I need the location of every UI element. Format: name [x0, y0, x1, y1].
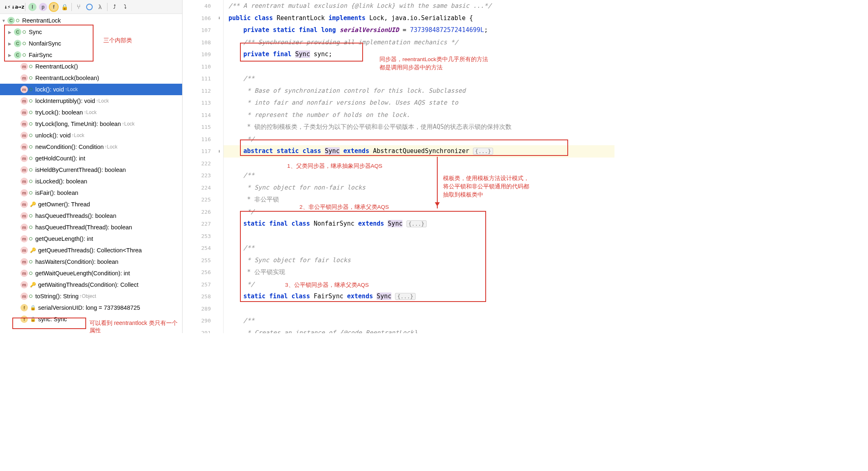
show-properties-button[interactable]: p — [38, 2, 48, 12]
tree-method-node[interactable]: m🔑getQueuedThreads(): Collection<Threa — [0, 245, 182, 256]
separator — [107, 3, 107, 11]
method-icon: m — [21, 155, 28, 162]
line-number[interactable]: 114 — [183, 109, 223, 121]
show-interfaces-button[interactable]: I — [27, 2, 37, 12]
code-editor[interactable]: /** A reentrant mutual exclusion {@link … — [224, 0, 614, 333]
tree-method-node[interactable]: mhasQueuedThreads(): boolean — [0, 210, 182, 222]
tree-method-node[interactable]: mhasQueuedThread(Thread): boolean — [0, 222, 182, 233]
method-icon: m — [21, 178, 28, 185]
line-number[interactable]: 115 — [183, 121, 223, 133]
tree-method-node[interactable]: misLocked(): boolean — [0, 176, 182, 187]
line-number[interactable]: 256 — [183, 266, 223, 279]
line-number[interactable]: 109 — [183, 48, 223, 61]
autoscroll-source-button[interactable]: ⤴ — [110, 2, 119, 12]
member-name: tryLock(): boolean — [35, 109, 83, 116]
line-number[interactable]: 222 — [183, 158, 223, 170]
expand-icon[interactable]: ▶ — [8, 41, 14, 46]
line-number[interactable]: 111 — [183, 73, 223, 85]
method-icon: m — [21, 235, 28, 242]
override-gutter-icon[interactable]: ⬇ — [218, 15, 221, 21]
tree-method-node[interactable]: mhasWaiters(Condition): boolean — [0, 256, 182, 268]
tree-method-node[interactable]: mlock(): void ↑Lock — [0, 84, 182, 95]
show-anonymous-button[interactable] — [85, 2, 94, 12]
visibility-icon: 🔒 — [30, 316, 36, 322]
code-line: * 锁的控制模板类，子类划分为以下的公平锁和非公平锁版本，使用AQS的状态表示锁… — [224, 121, 614, 133]
tree-method-node[interactable]: mReentrantLock(boolean) — [0, 72, 182, 84]
line-number[interactable]: 223 — [183, 169, 223, 182]
annotation-arrow — [437, 157, 438, 208]
fold-marker[interactable]: {...} — [473, 148, 493, 155]
tree-method-node[interactable]: misHeldByCurrentThread(): boolean — [0, 164, 182, 176]
tree-method-node[interactable]: mgetWaitQueueLength(Condition): int — [0, 268, 182, 279]
line-number[interactable]: 106⬇ — [183, 12, 223, 25]
tree-method-node[interactable]: mtryLock(long, TimeUnit): boolean ↑Lock — [0, 118, 182, 130]
show-fields-button[interactable]: f — [49, 2, 59, 12]
tree-method-node[interactable]: mReentrantLock() — [0, 61, 182, 72]
line-number[interactable]: 257 — [183, 279, 223, 291]
tree-inner-class[interactable]: ▶ C FairSync — [0, 49, 182, 61]
tree-method-node[interactable]: mgetHoldCount(): int — [0, 153, 182, 164]
class-name: Sync — [29, 29, 42, 35]
tree-method-node[interactable]: m🔑getWaitingThreads(Condition): Collect — [0, 279, 182, 290]
tree-method-node[interactable]: m🔑getOwner(): Thread — [0, 199, 182, 210]
line-number[interactable]: 108 — [183, 37, 223, 49]
line-number[interactable]: 113 — [183, 97, 223, 109]
line-number[interactable]: 225 — [183, 194, 223, 206]
member-name: lockInterruptibly(): void — [35, 98, 95, 104]
tree-method-node[interactable]: mtoString(): String ↑Object — [0, 290, 182, 302]
line-number[interactable]: 255 — [183, 254, 223, 267]
sort-alpha-button[interactable]: ↓a→z — [13, 2, 23, 12]
line-number[interactable]: 253 — [183, 230, 223, 242]
member-name: serialVersionUID: long = 73739848725 — [38, 304, 140, 311]
fold-marker[interactable]: {...} — [407, 220, 427, 227]
expand-icon[interactable]: ▶ — [8, 53, 14, 57]
show-nonpublic-button[interactable]: 🔒 — [59, 2, 69, 12]
method-icon: m — [21, 270, 28, 277]
line-number[interactable]: 226 — [183, 206, 223, 218]
tree-inner-class[interactable]: ▶ C Sync — [0, 26, 182, 38]
line-number[interactable]: 291 — [183, 327, 223, 334]
show-lambda-button[interactable]: λ — [95, 2, 105, 12]
line-gutter: 40106⬇107108109110111112113114115116117⬇… — [183, 0, 224, 333]
public-icon — [16, 18, 20, 23]
line-number[interactable]: 107 — [183, 24, 223, 37]
line-number[interactable]: 40 — [183, 0, 223, 12]
tree-inner-class[interactable]: ▶ C NonfairSync — [0, 38, 182, 49]
tree-method-node[interactable]: mtryLock(): boolean ↑Lock — [0, 107, 182, 118]
tree-method-node[interactable]: mlockInterruptibly(): void ↑Lock — [0, 95, 182, 107]
code-line: */ — [224, 133, 614, 146]
code-line: private static final long serialVersionU… — [224, 24, 614, 37]
tree-method-node[interactable]: mnewCondition(): Condition ↑Lock — [0, 141, 182, 153]
line-number[interactable]: 258 — [183, 290, 223, 303]
line-number[interactable]: 117⬇ — [183, 145, 223, 158]
tree-method-node[interactable]: mgetQueueLength(): int — [0, 233, 182, 245]
autoscroll-from-source-button[interactable]: ⤵ — [120, 2, 130, 12]
annotation-text: 2、非公平锁同步器，继承父类AQS — [299, 201, 389, 213]
line-number[interactable]: 116 — [183, 133, 223, 146]
code-line: * Creates an instance of {@code Reentran… — [224, 327, 614, 334]
line-number[interactable]: 224 — [183, 182, 223, 194]
line-number[interactable]: 290 — [183, 315, 223, 327]
sort-by-visibility-button[interactable]: ↓⚡ — [2, 2, 12, 12]
expand-icon[interactable]: ▼ — [2, 18, 7, 23]
line-number[interactable]: 227 — [183, 218, 223, 230]
class-icon: C — [14, 28, 21, 36]
structure-tree[interactable]: ▼ C ReentrantLock ▶ C Sync ▶ C NonfairSy… — [0, 14, 182, 333]
method-icon: m — [21, 247, 28, 254]
annotation-text: 抽取到模板类中 — [443, 189, 483, 201]
tree-method-node[interactable]: munlock(): void ↑Lock — [0, 130, 182, 141]
line-number[interactable]: 254 — [183, 242, 223, 254]
tree-field-node[interactable]: f🔒serialVersionUID: long = 73739848725 — [0, 302, 182, 313]
member-name: newCondition(): Condition — [35, 144, 104, 150]
show-inherited-button[interactable]: ⑂ — [74, 2, 84, 12]
line-number[interactable]: 289 — [183, 303, 223, 315]
line-number[interactable]: 112 — [183, 85, 223, 97]
fold-marker[interactable]: {...} — [395, 293, 415, 300]
tree-method-node[interactable]: misFair(): boolean — [0, 187, 182, 199]
code-line: */ — [224, 206, 614, 218]
tree-class-node[interactable]: ▼ C ReentrantLock — [0, 15, 182, 26]
override-gutter-icon[interactable]: ⬇ — [218, 149, 221, 154]
line-number[interactable]: 110 — [183, 61, 223, 73]
member-name: sync: Sync — [38, 316, 67, 322]
expand-icon[interactable]: ▶ — [8, 30, 14, 34]
